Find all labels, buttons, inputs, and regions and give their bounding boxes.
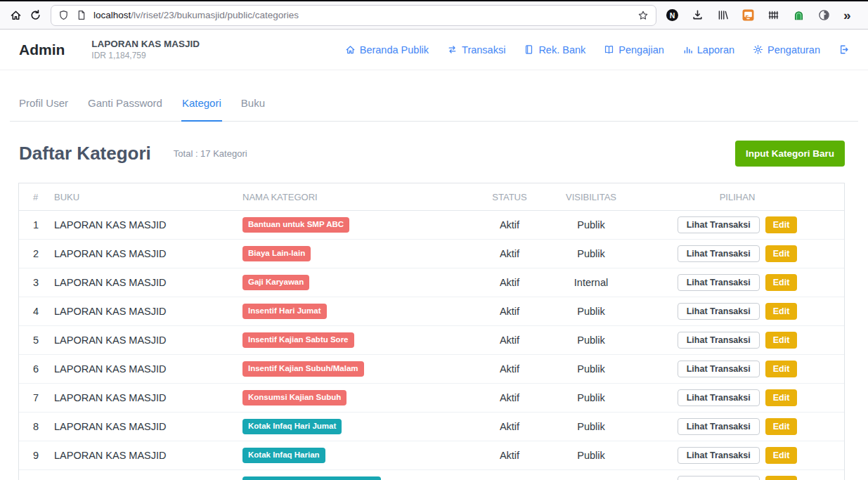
visibility-value: Publik (552, 384, 637, 413)
bank-book-icon (524, 44, 534, 55)
status-value: Aktif (474, 470, 552, 480)
url-path: /lv/riset/23/bukumasjid/public/categorie… (131, 10, 299, 20)
library-icon[interactable] (717, 9, 729, 21)
circle-extension-icon[interactable] (818, 9, 830, 21)
app-header: Admin LAPORAN KAS MASJID IDR 1,184,759 B… (0, 30, 868, 70)
rss-extension-icon[interactable] (742, 9, 754, 21)
view-transactions-button[interactable]: Lihat Transaksi (678, 216, 760, 233)
nav-item-pengaturan[interactable]: Pengaturan (753, 44, 820, 56)
tab-buku[interactable]: Buku (240, 70, 266, 121)
view-transactions-button[interactable]: Lihat Transaksi (678, 245, 760, 262)
view-transactions-button[interactable]: Lihat Transaksi (678, 389, 760, 406)
nav-item-transaksi[interactable]: Transaksi (447, 44, 505, 56)
visibility-value: Publik (552, 326, 637, 355)
url-bar[interactable]: localhost/lv/riset/23/bukumasjid/public/… (51, 5, 656, 26)
app-name[interactable]: Admin (19, 41, 65, 58)
active-book-title: LAPORAN KAS MASJID (91, 39, 200, 49)
visibility-value: Publik (552, 413, 637, 441)
status-value: Aktif (474, 297, 552, 326)
nav-item-label: Rek. Bank (538, 44, 585, 56)
edit-button[interactable]: Edit (765, 245, 798, 262)
view-transactions-button[interactable]: Lihat Transaksi (678, 476, 760, 480)
table-row: 8LAPORAN KAS MASJIDKotak Infaq Hari Juma… (19, 413, 844, 441)
edit-button[interactable]: Edit (765, 216, 798, 233)
page-info-icon[interactable] (76, 10, 86, 20)
edit-button[interactable]: Edit (765, 447, 798, 464)
tabs-strip: Profil UserGanti PasswordKategoriBuku (10, 70, 858, 122)
tab-kategori[interactable]: Kategori (181, 70, 222, 122)
open-book-icon (604, 44, 614, 55)
overflow-chevron-icon[interactable]: » (843, 8, 851, 22)
url-text[interactable]: localhost/lv/riset/23/bukumasjid/public/… (93, 10, 637, 20)
nav-item-laporan[interactable]: Laporan (682, 44, 734, 56)
category-badge: Biaya Lain-lain (242, 246, 311, 261)
view-transactions-button[interactable]: Lihat Transaksi (678, 418, 760, 435)
downloads-icon[interactable] (692, 9, 704, 21)
book-name: LAPORAN KAS MASJID (54, 240, 242, 268)
book-name: LAPORAN KAS MASJID (54, 470, 242, 480)
gear-icon (753, 44, 763, 55)
view-transactions-button[interactable]: Lihat Transaksi (678, 332, 760, 349)
status-value: Aktif (474, 326, 552, 355)
tabs: Profil UserGanti PasswordKategoriBuku (18, 70, 850, 121)
book-name: LAPORAN KAS MASJID (54, 355, 242, 384)
category-badge: Insentif Hari Jumat (242, 304, 327, 318)
green-shield-extension-icon[interactable] (793, 9, 805, 21)
new-category-button[interactable]: Input Kategori Baru (735, 141, 845, 167)
column-header-buku: BUKU (54, 183, 242, 211)
url-host: localhost (93, 10, 131, 20)
extension-n-icon[interactable]: N (666, 9, 678, 21)
category-badge: Kotak Infaq Harian (242, 448, 325, 462)
categories-table: #BUKUNAMA KATEGORISTATUSVISIBILITASPILIH… (18, 183, 845, 480)
book-name: LAPORAN KAS MASJID (54, 211, 242, 240)
main-nav: Beranda PublikTransaksiRek. BankPengajia… (345, 44, 849, 56)
bookmark-star-icon[interactable] (637, 10, 649, 21)
table-row: 10LAPORAN KAS MASJIDKotak Infaq Kajian S… (19, 470, 844, 480)
edit-button[interactable]: Edit (765, 332, 798, 349)
visibility-value: Publik (552, 441, 637, 470)
row-number: 9 (19, 441, 54, 470)
status-value: Aktif (474, 441, 552, 470)
browser-toolbar: localhost/lv/riset/23/bukumasjid/public/… (0, 1, 868, 30)
browser-refresh-icon[interactable] (25, 6, 45, 25)
view-transactions-button[interactable]: Lihat Transaksi (678, 361, 760, 377)
visibility-value: Publik (552, 240, 637, 268)
nav-item-pengajian[interactable]: Pengajian (604, 44, 664, 56)
browser-extensions-area: N » (666, 8, 851, 22)
category-badge: Kotak Infaq Hari Jumat (242, 419, 342, 434)
nav-item-label: Laporan (697, 44, 734, 56)
nav-item-beranda-publik[interactable]: Beranda Publik (345, 44, 429, 56)
view-transactions-button[interactable]: Lihat Transaksi (678, 447, 760, 464)
status-value: Aktif (474, 355, 552, 384)
nav-item-rek-bank[interactable]: Rek. Bank (524, 44, 585, 56)
status-value: Aktif (474, 211, 552, 240)
page-title: Daftar Kategori (19, 143, 151, 164)
home-icon (345, 44, 356, 55)
edit-button[interactable]: Edit (765, 274, 798, 291)
book-name: LAPORAN KAS MASJID (54, 441, 242, 470)
table-row: 3LAPORAN KAS MASJIDGaji KaryawanAktifInt… (19, 268, 844, 297)
tab-ganti-password[interactable]: Ganti Password (87, 70, 163, 121)
category-badge: Insentif Kajian Subuh/Malam (242, 361, 364, 376)
view-transactions-button[interactable]: Lihat Transaksi (678, 274, 760, 291)
row-number: 1 (19, 211, 54, 240)
edit-button[interactable]: Edit (765, 303, 798, 320)
edit-button[interactable]: Edit (765, 361, 798, 377)
browser-home-icon[interactable] (6, 6, 25, 25)
shield-permissions-icon[interactable] (58, 10, 69, 20)
view-transactions-button[interactable]: Lihat Transaksi (678, 303, 760, 320)
tab-profil-user[interactable]: Profil User (18, 70, 69, 121)
nav-item-label: Transaksi (462, 44, 505, 56)
edit-button[interactable]: Edit (765, 418, 798, 435)
category-badge: Bantuan untuk SMP ABC (242, 217, 349, 232)
fence-extension-icon[interactable] (767, 9, 779, 21)
table-row: 7LAPORAN KAS MASJIDKonsumsi Kajian Subuh… (19, 384, 844, 413)
edit-button[interactable]: Edit (765, 476, 798, 480)
book-name: LAPORAN KAS MASJID (54, 268, 242, 297)
row-number: 10 (19, 470, 54, 480)
logout-button[interactable] (838, 44, 849, 55)
nav-item-label: Pengajian (618, 44, 664, 56)
row-number: 5 (19, 326, 54, 355)
edit-button[interactable]: Edit (765, 389, 798, 406)
table-row: 6LAPORAN KAS MASJIDInsentif Kajian Subuh… (19, 355, 844, 384)
